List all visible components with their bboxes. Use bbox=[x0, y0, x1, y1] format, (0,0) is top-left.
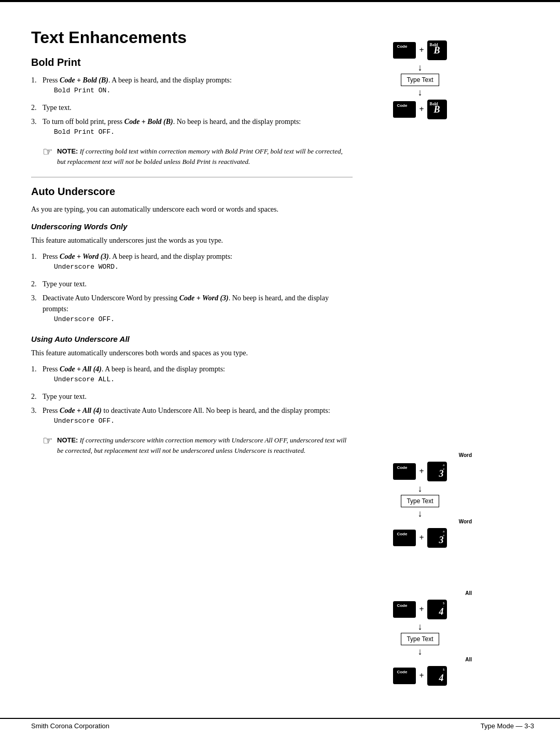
note-text: NOTE: If correcting bold text within cor… bbox=[57, 146, 353, 167]
all-key-row-2: Code + $· 4 bbox=[393, 666, 446, 686]
all-key-chars-2: $· bbox=[443, 668, 445, 675]
word-diagram: Word Code + #e 3 ↓ Type Text ↓ Word bbox=[363, 452, 477, 550]
footer: Smith Corona Corporation Type Mode — 3-3 bbox=[0, 718, 560, 735]
all-label-above: All bbox=[465, 590, 472, 596]
section-separator bbox=[31, 177, 353, 177]
all-4-key-2: $· 4 bbox=[427, 666, 447, 686]
code-key-2: Code bbox=[393, 101, 416, 118]
step-number: 1. bbox=[31, 251, 43, 275]
step-item: 1. Press Code + All (4). A beep is heard… bbox=[31, 364, 353, 388]
type-text-2: Type Text bbox=[401, 495, 439, 507]
step-content: Deactivate Auto Underscore Word by press… bbox=[43, 293, 353, 328]
step-number: 1. bbox=[31, 75, 43, 99]
word-label-row: Word bbox=[363, 452, 477, 459]
step-content: Press Code + All (4) to deactivate Auto … bbox=[43, 405, 353, 429]
step-content: Press Code + Bold (B). A beep is heard, … bbox=[43, 75, 353, 99]
note-icon: ☞ bbox=[43, 145, 53, 159]
words-only-title: Underscoring Words Only bbox=[31, 222, 353, 231]
bold-b-key-1: Bold B bbox=[427, 40, 447, 60]
plus-4: + bbox=[419, 533, 424, 543]
step-content: Press Code + All (4). A beep is heard, a… bbox=[43, 364, 353, 388]
step-content: Type your text. bbox=[43, 279, 353, 289]
bold-label-top-2: Bold bbox=[430, 102, 438, 106]
step-item: 1. Press Code + Word (3). A beep is hear… bbox=[31, 251, 353, 275]
step-item: 2. Type text. bbox=[31, 102, 353, 113]
type-text-1: Type Text bbox=[401, 74, 439, 86]
plus-2: + bbox=[419, 105, 424, 114]
key-combo: Code + Bold (B) bbox=[124, 118, 173, 126]
word-label-row-2: Word bbox=[363, 519, 477, 525]
footer-left: Smith Corona Corporation bbox=[31, 722, 109, 730]
code-key-5: Code bbox=[393, 601, 416, 618]
type-text-3: Type Text bbox=[401, 633, 439, 645]
word-label-above: Word bbox=[459, 452, 472, 458]
word-3-key-2: #e 3 bbox=[427, 528, 447, 548]
display-prompt: Bold Print OFF. bbox=[54, 127, 353, 137]
step-number: 2. bbox=[31, 279, 43, 289]
key-combo: Code + Bold (B) bbox=[60, 76, 108, 84]
display-prompt: Bold Print ON. bbox=[54, 86, 353, 96]
display-prompt: Underscore ALL. bbox=[54, 375, 353, 385]
all-diagram: All Code + $· 4 ↓ Type Text ↓ All bbox=[363, 590, 477, 688]
footer-right: Type Mode — 3-3 bbox=[481, 722, 534, 730]
note-text-2: NOTE: If correcting underscore within co… bbox=[57, 435, 353, 455]
step-number: 2. bbox=[31, 102, 43, 113]
step-number: 2. bbox=[31, 391, 43, 402]
auto-underscore-intro: As you are typing, you can automatically… bbox=[31, 204, 353, 215]
bold-key-row-1: Code + Bold B bbox=[393, 40, 446, 60]
key-combo: Code + All (4) bbox=[60, 365, 102, 373]
word-label-above-2: Word bbox=[459, 519, 472, 524]
word-key-row-1: Code + #e 3 bbox=[393, 462, 446, 481]
note-body-2: If correcting underscore within correcti… bbox=[57, 436, 346, 454]
key-combo: Code + All (4) bbox=[60, 407, 102, 414]
step-number: 3. bbox=[31, 116, 43, 141]
code-key-6: Code bbox=[393, 668, 416, 684]
step-item: 2. Type your text. bbox=[31, 279, 353, 289]
note-box: ☞ NOTE: If correcting bold text within c… bbox=[43, 146, 353, 167]
all-label-row: All bbox=[363, 590, 477, 597]
step-number: 3. bbox=[31, 293, 43, 328]
plus-5: + bbox=[419, 605, 424, 614]
arrow-4: ↓ bbox=[418, 509, 423, 518]
main-text: Text Enhancements Bold Print 1. Press Co… bbox=[31, 23, 363, 697]
bold-print-steps: 1. Press Code + Bold (B). A beep is hear… bbox=[31, 75, 353, 140]
display-prompt: Underscore OFF. bbox=[54, 314, 353, 325]
step-item: 3. To turn off bold print, press Code + … bbox=[31, 116, 353, 141]
display-prompt: Underscore WORD. bbox=[54, 262, 353, 272]
step-item: 1. Press Code + Bold (B). A beep is hear… bbox=[31, 75, 353, 99]
step-content: Type your text. bbox=[43, 391, 353, 402]
underscore-all-steps: 1. Press Code + All (4). A beep is heard… bbox=[31, 364, 353, 429]
step-item: 3. Deactivate Auto Underscore Word by pr… bbox=[31, 293, 353, 328]
word-key-chars-2: #e bbox=[443, 530, 445, 537]
note-icon-2: ☞ bbox=[43, 434, 53, 448]
bold-key-row-2: Code + Bold B bbox=[393, 100, 446, 119]
underscore-all-title: Using Auto Underscore All bbox=[31, 335, 353, 343]
note-box-2: ☞ NOTE: If correcting underscore within … bbox=[43, 435, 353, 455]
content-area: Text Enhancements Bold Print 1. Press Co… bbox=[0, 2, 560, 718]
words-only-steps: 1. Press Code + Word (3). A beep is hear… bbox=[31, 251, 353, 327]
key-combo: Code + Word (3) bbox=[60, 253, 109, 260]
step-item: 3. Press Code + All (4) to deactivate Au… bbox=[31, 405, 353, 429]
all-label-row-2: All bbox=[363, 657, 477, 663]
step-number: 1. bbox=[31, 364, 43, 388]
key-combo: Code + Word (3) bbox=[179, 294, 229, 302]
step-item: 2. Type your text. bbox=[31, 391, 353, 402]
step-number: 3. bbox=[31, 405, 43, 429]
sidebar: Code + Bold B ↓ Type Text ↓ Code + Bold … bbox=[363, 23, 477, 697]
auto-underscore-title: Auto Underscore bbox=[31, 186, 353, 198]
arrow-5: ↓ bbox=[418, 622, 423, 631]
bold-label-top: Bold bbox=[430, 43, 438, 47]
plus-1: + bbox=[419, 46, 424, 55]
arrow-6: ↓ bbox=[418, 647, 423, 656]
arrow-1: ↓ bbox=[418, 63, 423, 72]
all-key-row-1: Code + $· 4 bbox=[393, 600, 446, 619]
code-key-1: Code bbox=[393, 42, 416, 59]
bold-b-key-2: Bold B bbox=[427, 100, 447, 119]
step-content: To turn off bold print, press Code + Bol… bbox=[43, 116, 353, 141]
word-key-row-2: Code + #e 3 bbox=[393, 528, 446, 548]
word-3-key-1: #e 3 bbox=[427, 462, 447, 481]
code-key-4: Code bbox=[393, 530, 416, 546]
bold-print-title: Bold Print bbox=[31, 57, 353, 68]
note-label: NOTE: bbox=[57, 147, 78, 155]
all-label-above-2: All bbox=[465, 657, 472, 662]
